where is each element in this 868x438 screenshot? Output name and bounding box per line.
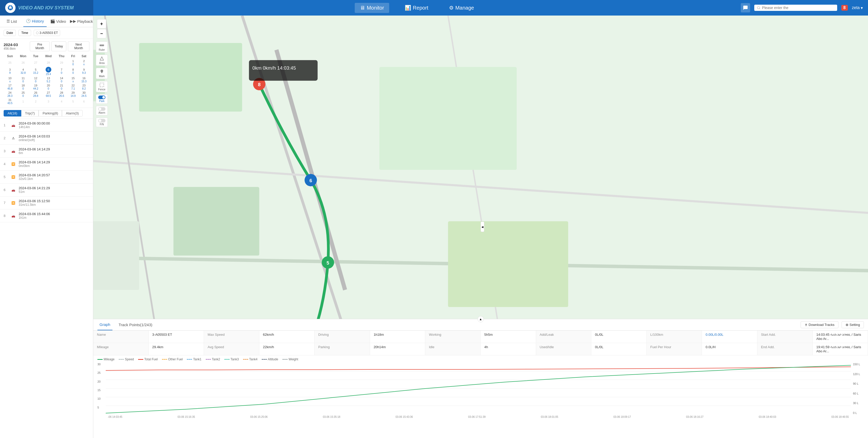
- mark-tool[interactable]: Mark: [96, 68, 108, 79]
- ruler-tool[interactable]: Ruler: [96, 41, 108, 53]
- legend-label: Altitude: [268, 358, 278, 361]
- calendar-day[interactable]: 29: [56, 59, 68, 66]
- calendar-day[interactable]: 1: [16, 98, 30, 105]
- track-item[interactable]: 1 🚗 2024-03-06 00:00:00 14h14m: [0, 119, 93, 132]
- legend-item: Weight: [282, 358, 298, 361]
- calendar-day[interactable]: 1745.8: [4, 83, 16, 91]
- track-item[interactable]: 5 🔀 2024-03-06 14:20:57 32s/0.1km: [0, 171, 93, 183]
- download-tracks-btn[interactable]: Download Tracks: [801, 321, 838, 328]
- tab-graph[interactable]: Graph: [97, 319, 113, 330]
- setting-btn[interactable]: Setting: [842, 321, 864, 328]
- notification-badge[interactable]: 8: [841, 5, 848, 11]
- calendar-day[interactable]: 26: [16, 59, 30, 66]
- nav-report[interactable]: 📊 Report: [400, 3, 433, 13]
- calendar-day[interactable]: 238.2: [79, 83, 89, 91]
- calendar-day[interactable]: 629.4: [41, 66, 56, 76]
- track-item[interactable]: 4 🔀 2024-03-06 14:14:29 0m/0km: [0, 158, 93, 171]
- calendar-day[interactable]: 5: [68, 98, 79, 105]
- calendar-day[interactable]: 10: [68, 59, 79, 66]
- calendar-day[interactable]: 1615.3: [79, 76, 89, 83]
- calendar-day[interactable]: 3: [41, 98, 56, 105]
- fn-tool[interactable]: F/N: [96, 117, 108, 127]
- track-tab-alarm[interactable]: Alarm(3): [62, 110, 83, 116]
- calendar-day[interactable]: 250: [16, 91, 30, 98]
- calendar-day[interactable]: 227.1: [68, 83, 79, 91]
- calendar-day[interactable]: 2: [30, 98, 41, 105]
- fence-tool[interactable]: Fence: [96, 81, 108, 92]
- user-menu[interactable]: zeta ▾: [852, 5, 863, 10]
- vehicle-input[interactable]: 3-A05503 ET: [34, 30, 60, 36]
- alarm-toggle[interactable]: [98, 107, 105, 111]
- collapse-sidebar-btn[interactable]: ◀: [480, 222, 484, 232]
- track-tab-trip[interactable]: Trip(7): [21, 110, 39, 116]
- calendar-day[interactable]: 1944.2: [30, 83, 41, 91]
- chat-button[interactable]: [741, 3, 750, 12]
- track-type-icon: 🔀: [10, 161, 16, 167]
- calendar-day[interactable]: 80: [68, 66, 79, 76]
- calendar-month: 2024-03: [4, 42, 18, 47]
- calendar-day[interactable]: 2428.3: [4, 91, 16, 98]
- area-tool[interactable]: Area: [96, 55, 108, 66]
- calendar-day[interactable]: 27: [30, 59, 41, 66]
- calendar-day[interactable]: 110: [16, 76, 30, 83]
- calendar-day[interactable]: 10x: [4, 76, 16, 83]
- calendar-day[interactable]: 70: [56, 66, 68, 76]
- chevron-down-icon: ▾: [861, 5, 863, 10]
- calendar-day[interactable]: 28: [41, 59, 56, 66]
- calendar-day[interactable]: 210: [56, 83, 68, 91]
- calendar-day[interactable]: 2914.9: [68, 91, 79, 98]
- y-axis-left: 30 25 20 15 10 5: [97, 363, 106, 414]
- calendar-day[interactable]: 200: [41, 83, 56, 91]
- today-btn[interactable]: Today: [51, 41, 66, 51]
- calendar-day[interactable]: 120: [30, 76, 41, 83]
- calendar-day[interactable]: 2628.8: [30, 91, 41, 98]
- track-item[interactable]: 6 🚗 2024-03-06 14:21:29 51m: [0, 183, 93, 197]
- calendar-day[interactable]: 15x: [68, 76, 79, 83]
- pre-month-btn[interactable]: Pre Month: [30, 41, 50, 51]
- tab-list[interactable]: ☰ List: [0, 15, 23, 27]
- tab-history[interactable]: 🕐 History: [23, 15, 46, 27]
- calendar-day[interactable]: 2x: [79, 59, 89, 66]
- next-month-btn[interactable]: Next Month: [68, 41, 89, 51]
- track-item[interactable]: 8 🚗 2024-03-06 15:44:06 1h1m: [0, 209, 93, 222]
- calendar-day[interactable]: 2826.6: [56, 91, 68, 98]
- time-filter[interactable]: Time: [19, 30, 31, 36]
- parking-label: Parking: [315, 343, 370, 355]
- track-tab-all[interactable]: All(18): [4, 110, 21, 116]
- calendar-day[interactable]: 135.2: [41, 76, 56, 83]
- nav-manage[interactable]: ⚙ Manage: [444, 3, 479, 13]
- legend-icon: [243, 359, 248, 360]
- track-type-icon: 🔀: [10, 200, 16, 206]
- calendar-day[interactable]: 3024.5: [79, 91, 89, 98]
- track-item[interactable]: 3 🚗 2024-03-06 14:14:29 6m: [0, 145, 93, 158]
- avg-speed-value: 22km/h: [259, 343, 315, 355]
- track-item[interactable]: 2 ⚠ 2024-03-06 14:03:03 online/(soft): [0, 132, 93, 145]
- collapse-handle[interactable]: ▲: [477, 316, 484, 322]
- track-tab-parking[interactable]: Parking(8): [39, 110, 62, 116]
- calendar-day[interactable]: 140: [56, 76, 68, 83]
- calendar-day[interactable]: 99.3: [79, 66, 89, 76]
- search-input[interactable]: [762, 6, 829, 10]
- date-filter[interactable]: Date: [4, 30, 16, 36]
- tab-video[interactable]: 🎬 Video: [46, 15, 70, 27]
- tab-track-points[interactable]: Track Points(1/243): [117, 319, 154, 330]
- calendar-day[interactable]: 432.8: [16, 66, 30, 76]
- zoom-in-btn[interactable]: +: [97, 19, 106, 29]
- park-toggle[interactable]: [98, 96, 105, 99]
- calendar-day[interactable]: 515.2: [30, 66, 41, 76]
- legend-icon: [224, 359, 229, 360]
- calendar-day[interactable]: 6: [79, 98, 89, 105]
- zoom-out-btn[interactable]: −: [97, 29, 106, 38]
- fn-toggle[interactable]: [98, 119, 105, 123]
- alarm-tool[interactable]: Alarm: [96, 106, 108, 115]
- calendar-day[interactable]: 180: [16, 83, 30, 91]
- nav-monitor[interactable]: 🖥 Monitor: [355, 3, 389, 13]
- calendar-day[interactable]: 4: [56, 98, 68, 105]
- tab-playback[interactable]: ▶▶ Playback: [70, 15, 93, 27]
- calendar-day[interactable]: 39: [4, 66, 16, 76]
- calendar-day[interactable]: 2768.5: [41, 91, 56, 98]
- calendar-day[interactable]: 25: [4, 59, 16, 66]
- park-tool[interactable]: Park: [96, 94, 108, 104]
- track-item[interactable]: 7 🔀 2024-03-06 15:12:50 31m/11.5km: [0, 197, 93, 209]
- calendar-day[interactable]: 3143.5: [4, 98, 16, 105]
